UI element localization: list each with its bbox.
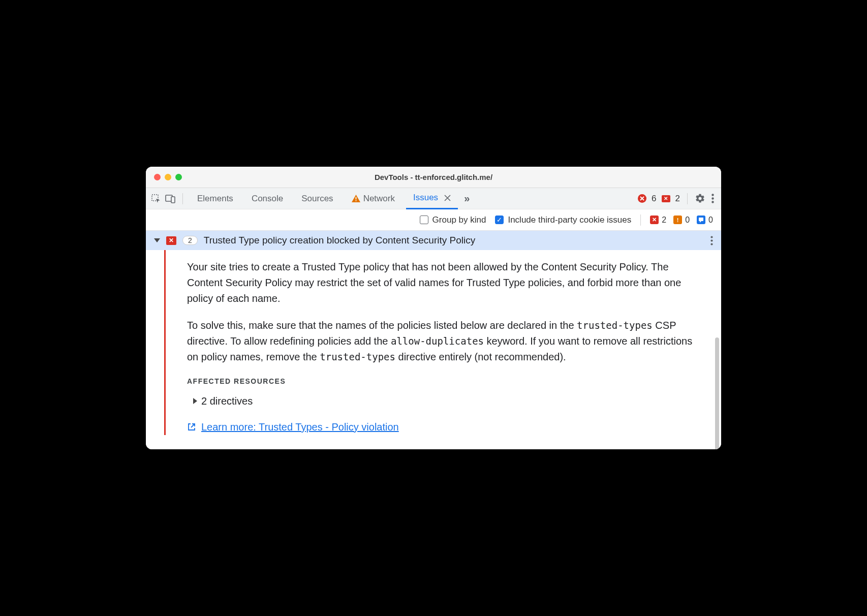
breaking-change-icon: ! — [673, 215, 682, 224]
window-controls — [154, 174, 182, 180]
svg-point-8 — [711, 201, 714, 203]
device-toolbar-icon[interactable] — [165, 194, 175, 203]
tab-label: Sources — [301, 194, 333, 204]
breaking-change-count[interactable]: !0 — [673, 215, 690, 225]
checkbox-icon: ✓ — [495, 215, 504, 224]
tab-label: Issues — [413, 193, 438, 203]
tab-label: Console — [252, 194, 283, 204]
collapse-icon — [154, 238, 160, 242]
kebab-menu-icon[interactable] — [709, 194, 716, 203]
svg-point-11 — [710, 239, 713, 241]
svg-point-7 — [711, 197, 714, 199]
external-link-icon — [187, 422, 196, 432]
svg-point-10 — [710, 236, 713, 238]
issue-count-pill: 2 — [182, 236, 198, 245]
svg-point-12 — [710, 243, 713, 245]
improvement-icon — [697, 215, 705, 224]
overflow-tabs-icon[interactable]: » — [462, 193, 472, 204]
affected-resources-heading: AFFECTED RESOURCES — [187, 376, 701, 387]
svg-point-6 — [711, 194, 714, 196]
maximize-window-button[interactable] — [175, 174, 182, 180]
minimize-window-button[interactable] — [165, 174, 171, 180]
settings-icon[interactable] — [695, 193, 705, 204]
issue-title: Trusted Type policy creation blocked by … — [204, 235, 704, 246]
close-window-button[interactable] — [154, 174, 161, 180]
error-count: 6 — [652, 194, 656, 204]
violation-icon[interactable]: ✕ — [662, 195, 670, 202]
tab-sources[interactable]: Sources — [294, 188, 340, 209]
issue-description: Your site tries to create a Trusted Type… — [166, 250, 721, 435]
issue-kind-counts: ✕2 !0 0 — [650, 215, 713, 225]
code-token: trusted-types — [320, 351, 395, 362]
warning-icon — [352, 195, 360, 202]
tab-network[interactable]: Network — [345, 188, 402, 209]
issues-filter-bar: Group by kind ✓ Include third-party cook… — [146, 209, 721, 231]
checkbox-icon — [420, 215, 428, 224]
violation-count: 2 — [675, 194, 680, 204]
issues-panel: ✕ 2 Trusted Type policy creation blocked… — [146, 231, 721, 449]
learn-more-row: Learn more: Trusted Types - Policy viola… — [187, 419, 701, 435]
directives-label: 2 directives — [201, 393, 253, 409]
error-icon[interactable] — [638, 194, 646, 203]
svg-rect-9 — [699, 218, 703, 221]
svg-rect-2 — [171, 197, 175, 203]
close-tab-icon[interactable] — [444, 195, 451, 201]
third-party-cookies-checkbox[interactable]: ✓ Include third-party cookie issues — [495, 215, 631, 225]
tab-elements[interactable]: Elements — [190, 188, 240, 209]
issue-menu-icon[interactable] — [710, 236, 713, 245]
svg-rect-3 — [355, 197, 356, 200]
code-token: allow-duplicates — [391, 335, 484, 347]
issue-paragraph: To solve this, make sure that the names … — [187, 318, 701, 365]
separator — [640, 214, 641, 226]
issue-header[interactable]: ✕ 2 Trusted Type policy creation blocked… — [146, 231, 721, 250]
page-error-icon: ✕ — [650, 215, 659, 224]
improvement-count[interactable]: 0 — [697, 215, 713, 225]
expand-icon — [193, 398, 197, 404]
main-tabbar: Elements Console Sources Network Issues … — [146, 188, 721, 209]
inspect-icon[interactable] — [151, 194, 161, 204]
issue-body: Your site tries to create a Trusted Type… — [146, 250, 721, 435]
separator — [182, 193, 183, 204]
issue-severity-icon: ✕ — [166, 236, 176, 245]
learn-more-link[interactable]: Learn more: Trusted Types - Policy viola… — [201, 419, 399, 435]
separator — [687, 193, 688, 204]
page-error-count[interactable]: ✕2 — [650, 215, 666, 225]
titlebar: DevTools - tt-enforced.glitch.me/ — [146, 167, 721, 188]
top-status-counts: 6 ✕ 2 — [638, 194, 680, 204]
affected-directives-toggle[interactable]: 2 directives — [193, 393, 701, 409]
devtools-window: DevTools - tt-enforced.glitch.me/ Elemen… — [146, 167, 721, 449]
code-token: trusted-types — [577, 320, 653, 331]
window-title: DevTools - tt-enforced.glitch.me/ — [146, 173, 721, 181]
scrollbar-thumb[interactable] — [715, 337, 719, 449]
issue-paragraph: Your site tries to create a Trusted Type… — [187, 259, 701, 306]
checkbox-label: Group by kind — [432, 215, 486, 225]
tab-label: Elements — [197, 194, 233, 204]
group-by-kind-checkbox[interactable]: Group by kind — [420, 215, 486, 225]
svg-rect-4 — [355, 200, 356, 201]
checkbox-label: Include third-party cookie issues — [508, 215, 631, 225]
tab-label: Network — [363, 194, 395, 204]
tab-console[interactable]: Console — [244, 188, 290, 209]
tab-issues[interactable]: Issues — [406, 188, 458, 209]
